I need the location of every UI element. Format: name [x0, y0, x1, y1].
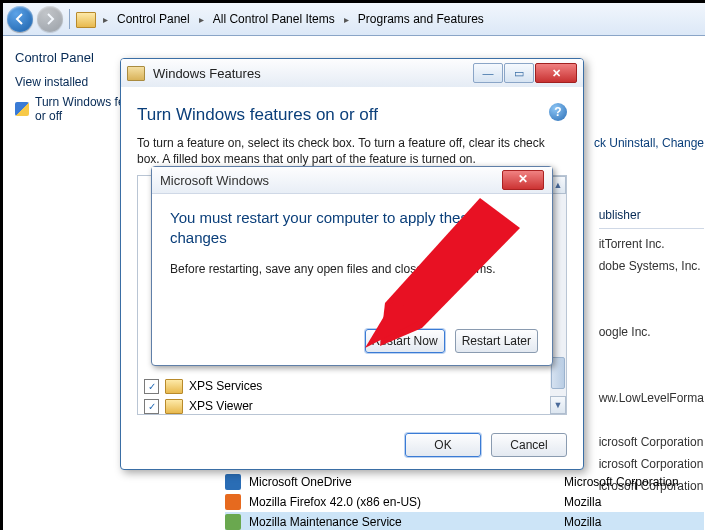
- publisher-cell: [599, 409, 704, 431]
- forward-button[interactable]: [37, 6, 63, 32]
- help-icon[interactable]: ?: [549, 103, 567, 121]
- program-row[interactable]: Microsoft OneDrive Microsoft Corporation: [225, 472, 704, 492]
- shield-icon: [15, 102, 29, 116]
- ok-button[interactable]: OK: [405, 433, 481, 457]
- program-icon: [225, 474, 241, 490]
- dialog-titlebar[interactable]: Microsoft Windows ✕: [152, 167, 552, 194]
- column-header[interactable]: ublisher: [599, 206, 704, 229]
- publisher-cell: dobe Systems, Inc.: [599, 255, 704, 277]
- breadcrumb: ▸ Control Panel ▸ All Control Panel Item…: [100, 9, 490, 29]
- dialog-titlebar[interactable]: Windows Features — ▭ ✕: [121, 59, 583, 87]
- checkbox[interactable]: ✓: [144, 379, 159, 394]
- program-name: Microsoft OneDrive: [249, 475, 556, 489]
- folder-icon: [165, 399, 183, 414]
- restart-later-button[interactable]: Restart Later: [455, 329, 538, 353]
- dialog-heading: You must restart your computer to apply …: [170, 208, 534, 248]
- folder-icon: [76, 12, 96, 28]
- cancel-button[interactable]: Cancel: [491, 433, 567, 457]
- box-icon: [127, 66, 145, 81]
- close-button[interactable]: ✕: [535, 63, 577, 83]
- dialog-heading: Turn Windows features on or off: [137, 105, 567, 125]
- publisher-cell: [599, 299, 704, 321]
- chevron-right-icon: ▸: [341, 14, 352, 25]
- program-row[interactable]: Mozilla Firefox 42.0 (x86 en-US) Mozilla: [225, 492, 704, 512]
- program-publisher: Mozilla: [564, 515, 704, 529]
- publisher-cell: itTorrent Inc.: [599, 233, 704, 255]
- tree-item[interactable]: ✓ XPS Viewer: [144, 396, 262, 416]
- breadcrumb-item[interactable]: Programs and Features: [352, 9, 490, 29]
- program-publisher: Microsoft Corporation: [564, 475, 704, 489]
- close-button[interactable]: ✕: [502, 170, 544, 190]
- chevron-right-icon: ▸: [100, 14, 111, 25]
- programs-list: Microsoft OneDrive Microsoft Corporation…: [225, 472, 704, 530]
- breadcrumb-item[interactable]: Control Panel: [111, 9, 196, 29]
- scroll-down-button[interactable]: ▼: [550, 396, 566, 414]
- restart-dialog: Microsoft Windows ✕ You must restart you…: [151, 166, 553, 366]
- folder-icon: [165, 379, 183, 394]
- separator: [69, 9, 70, 29]
- maximize-button[interactable]: ▭: [504, 63, 534, 83]
- dialog-description: Before restarting, save any open files a…: [170, 262, 534, 276]
- tree-item[interactable]: ✓ XPS Services: [144, 376, 262, 396]
- sidebar-link-label: View installed: [15, 75, 88, 89]
- publisher-column: ublisher itTorrent Inc. dobe Systems, In…: [599, 206, 704, 497]
- program-row[interactable]: Mozilla Maintenance Service Mozilla: [225, 512, 704, 530]
- chevron-right-icon: ▸: [196, 14, 207, 25]
- uninstall-text: ck Uninstall, Change: [594, 136, 704, 150]
- publisher-cell: [599, 365, 704, 387]
- publisher-cell: [599, 277, 704, 299]
- program-publisher: Mozilla: [564, 495, 704, 509]
- scroll-thumb[interactable]: [551, 357, 565, 389]
- breadcrumb-item[interactable]: All Control Panel Items: [207, 9, 341, 29]
- publisher-cell: icrosoft Corporation: [599, 431, 704, 453]
- tree-item-label: XPS Services: [189, 379, 262, 393]
- program-icon: [225, 494, 241, 510]
- dialog-title: Microsoft Windows: [160, 173, 502, 188]
- address-bar: ▸ Control Panel ▸ All Control Panel Item…: [3, 3, 705, 36]
- program-icon: [225, 514, 241, 530]
- program-name: Mozilla Maintenance Service: [249, 515, 556, 529]
- dialog-title: Windows Features: [153, 66, 465, 81]
- publisher-cell: ww.LowLevelForma: [599, 387, 704, 409]
- publisher-cell: [599, 343, 704, 365]
- publisher-cell: oogle Inc.: [599, 321, 704, 343]
- restart-now-button[interactable]: Restart Now: [365, 329, 445, 353]
- back-button[interactable]: [7, 6, 33, 32]
- program-name: Mozilla Firefox 42.0 (x86 en-US): [249, 495, 556, 509]
- tree-item-label: XPS Viewer: [189, 399, 253, 413]
- checkbox[interactable]: ✓: [144, 399, 159, 414]
- window-controls: — ▭ ✕: [473, 63, 577, 83]
- dialog-description: To turn a feature on, select its check b…: [137, 135, 567, 167]
- minimize-button[interactable]: —: [473, 63, 503, 83]
